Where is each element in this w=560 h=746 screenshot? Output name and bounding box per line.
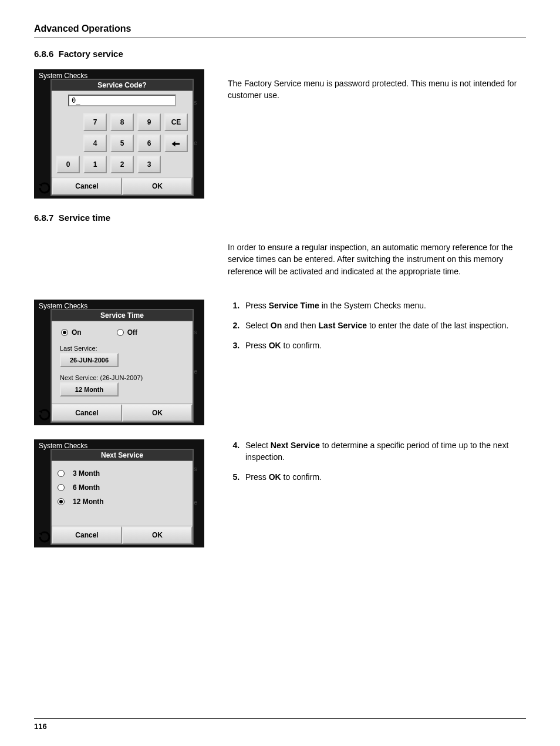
ok-button[interactable]: OK — [122, 526, 193, 544]
screenshot-service-time: System Checks se Service Time On Off Las… — [34, 300, 204, 425]
steps-1-3: Press Service Time in the System Checks … — [228, 300, 526, 352]
radio-3-month[interactable]: 3 Month — [58, 469, 187, 478]
back-icon[interactable] — [36, 408, 50, 422]
key-ce[interactable]: CE — [164, 113, 188, 131]
section-number: 6.8.7 — [34, 213, 53, 223]
radio-6-month[interactable]: 6 Month — [58, 483, 187, 492]
key-8[interactable]: 8 — [110, 113, 134, 131]
key-backspace[interactable] — [164, 135, 188, 152]
cancel-button[interactable]: Cancel — [52, 177, 122, 195]
last-service-button[interactable]: 26-JUN-2006 — [60, 353, 119, 367]
dialog-title: Service Time — [52, 310, 193, 321]
back-icon[interactable] — [36, 181, 50, 195]
key-4[interactable]: 4 — [83, 135, 107, 152]
page-number: 116 — [34, 722, 47, 731]
radio-12-month[interactable]: 12 Month — [58, 498, 187, 506]
factory-service-paragraph: The Factory Service menu is password pro… — [228, 78, 526, 102]
service-time-paragraph: In order to ensure a regular inspection,… — [228, 241, 526, 277]
last-service-label: Last Service: — [60, 345, 187, 352]
screenshot-service-code: System Checks se Service Code? 0_ 7 8 9 … — [34, 69, 204, 199]
dialog-title: Service Code? — [52, 80, 193, 91]
code-input[interactable]: 0_ — [68, 95, 176, 106]
radio-on[interactable]: On — [61, 328, 82, 337]
chapter-title: Advanced Operations — [34, 23, 526, 38]
section-text: Factory service — [59, 49, 123, 59]
key-7[interactable]: 7 — [83, 113, 107, 131]
key-3[interactable]: 3 — [137, 156, 161, 173]
key-0[interactable]: 0 — [56, 156, 80, 173]
cancel-button[interactable]: Cancel — [52, 526, 122, 544]
radio-off[interactable]: Off — [117, 328, 137, 337]
section-text: Service time — [59, 213, 110, 223]
steps-4-5: Select Next Service to determine a speci… — [228, 439, 526, 483]
ok-button[interactable]: OK — [122, 177, 193, 195]
dialog-title: Next Service — [52, 450, 193, 461]
ok-button[interactable]: OK — [122, 404, 193, 422]
key-2[interactable]: 2 — [110, 156, 134, 173]
key-9[interactable]: 9 — [137, 113, 161, 131]
next-service-button[interactable]: 12 Month — [60, 382, 119, 396]
section-number: 6.8.6 — [34, 49, 53, 59]
next-service-label: Next Service: (26-JUN-2007) — [60, 374, 187, 381]
section-6-8-6-title: 6.8.6 Factory service — [34, 49, 526, 59]
key-5[interactable]: 5 — [110, 135, 134, 152]
section-6-8-7-title: 6.8.7 Service time — [34, 213, 526, 223]
screenshot-next-service: System Checks se Next Service 3 Month 6 … — [34, 439, 204, 547]
back-icon[interactable] — [36, 530, 50, 544]
key-1[interactable]: 1 — [83, 156, 107, 173]
key-6[interactable]: 6 — [137, 135, 161, 152]
cancel-button[interactable]: Cancel — [52, 404, 122, 422]
